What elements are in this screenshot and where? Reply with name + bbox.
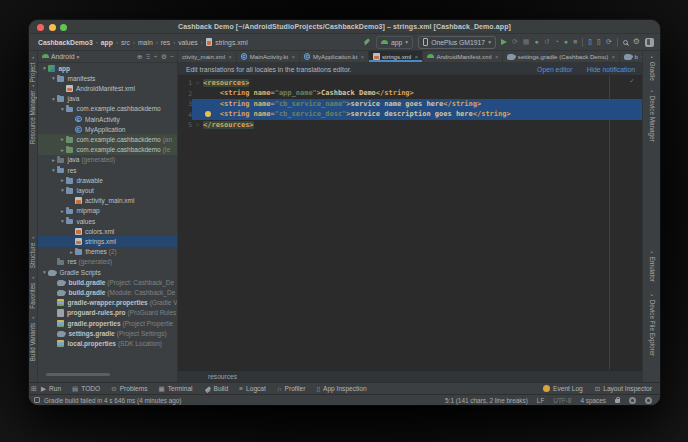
tool-stripe-gradle[interactable]: ▪ Gradle [649,54,656,81]
breadcrumb-item[interactable]: values [178,39,198,46]
tool-stripe-device-manager[interactable]: ▪ Device Manager [649,88,656,142]
hide-notification-link[interactable]: Hide notification [587,66,635,73]
tree-item-gradle-properties[interactable]: gradle.properties (Project Propertie [38,318,177,328]
tree-chevron[interactable]: ▾ [59,187,66,193]
tree-item-java[interactable]: ▸java (generated) [38,155,177,165]
tree-item-res[interactable]: ▾res [38,165,177,175]
tree-chevron[interactable]: ▾ [41,269,48,275]
avd-manager-icon[interactable]: ▯ [588,38,592,46]
tool-stripe-favorites[interactable]: Favorites ▪ [29,275,36,309]
tree-item-build-gradle[interactable]: build.gradle (Module: Cashback_De [38,287,177,297]
tree-chevron[interactable]: ▸ [68,249,75,255]
editor-tab-myapplication-kt[interactable]: CMyApplication.kt× [300,51,369,62]
code-line-2[interactable]: 2 <string name="app_name">Cashback Demo<… [178,88,642,99]
tree-item-myapplication[interactable]: CMyApplication [38,124,177,134]
lock-icon[interactable] [615,399,620,403]
code-line-4[interactable]: 4 <string name="cb_service_desc">service… [178,109,642,120]
hide-panel-icon[interactable]: − [170,53,174,60]
close-window-button[interactable] [37,24,44,31]
breadcrumb-item[interactable]: app [101,39,113,46]
sync-gradle-icon[interactable]: ⟳ [606,38,612,46]
collapse-all-icon[interactable]: Ξ [146,53,150,60]
close-tab-icon[interactable]: × [292,54,295,60]
close-tab-icon[interactable]: × [229,54,232,60]
tree-chevron[interactable]: ▸ [59,208,66,214]
tree-item-mipmap[interactable]: ▸mipmap [38,206,177,216]
breadcrumb-item[interactable]: main [138,39,153,46]
toolwindow-button-todo[interactable]: ▤TODO [72,385,100,393]
toolwindow-button-profiler[interactable]: ∩Profiler [277,385,306,392]
tree-item-gradle-scripts[interactable]: ▾Gradle Scripts [38,267,177,277]
expand-icon[interactable]: ÷ [154,53,158,60]
toolwindow-button-event-log[interactable]: Event Log [543,385,583,393]
tree-chevron[interactable]: ▾ [50,167,57,173]
tool-window-switcher-icon[interactable]: ⊞ [31,385,37,393]
tree-chevron[interactable]: ▸ [59,177,66,183]
apply-changes-icon[interactable]: ⟳ [512,38,518,46]
minimize-window-button[interactable] [49,24,56,31]
breadcrumb-item[interactable]: res [161,39,170,46]
toolwindow-button-run[interactable]: ▶Run [41,385,61,393]
toolwindow-button-app-inspection[interactable]: ▯App Inspection [316,385,366,393]
run-coverage-icon[interactable]: ▦ [523,38,530,46]
editor-tab-androidmanifest-xml[interactable]: AndroidManifest.xml× [423,51,503,62]
close-tab-icon[interactable]: × [361,54,364,60]
indent-setting[interactable]: 4 spaces [580,397,606,404]
status-left-icon[interactable] [34,397,40,403]
file-encoding[interactable]: UTF-8 [553,397,571,404]
tool-stripe-build-variants[interactable]: Build Variants ▪ [29,315,36,361]
tree-item-drawable[interactable]: ▸drawable [38,175,177,185]
fold-marker[interactable]: ○ [192,122,203,127]
tool-stripe-project[interactable]: Project ▪ [29,55,36,82]
editor-tab-mainactivity-kt[interactable]: CMainActivity.kt× [237,51,300,62]
breadcrumb-item[interactable]: strings.xml [215,39,247,46]
tree-item-activity-main-xml[interactable]: activity_main.xml [38,196,177,206]
editor-tab-ctivity-main-xml[interactable]: ctivity_main.xml× [178,51,237,62]
toolwindow-button-terminal[interactable]: ▦Terminal [159,385,193,393]
editor-breadcrumb[interactable]: resources [178,370,642,382]
app-module-selector[interactable]: app▾ [376,36,413,49]
tree-item-res[interactable]: res (generated) [38,257,177,267]
tool-stripe-resource-manager[interactable]: Resource Manager ▪ [29,83,36,144]
breadcrumb-item[interactable]: CashbackDemo3 [38,39,93,46]
tree-item-com-example-cashbackdemo[interactable]: ▾com.example.cashbackdemo [38,104,177,114]
editor-tab-settings-gradle-cashback-demo-[interactable]: settings.gradle (Cashback Demo)× [503,51,620,62]
intention-bulb-icon[interactable] [205,111,211,117]
code-line-1[interactable]: 1○<resources> [178,78,642,89]
tree-item-settings-gradle[interactable]: settings.gradle (Project Settings) [38,328,177,338]
debug-button[interactable]: ● [534,38,538,46]
tree-chevron[interactable]: ▾ [50,75,57,81]
line-separator[interactable]: LF [537,397,544,404]
close-tab-icon[interactable]: × [415,54,418,60]
tree-item-com-example-cashbackdemo[interactable]: ▸com.example.cashbackdemo (an [38,134,177,144]
tree-item-app[interactable]: ▾app [38,63,177,73]
tree-item-colors-xml[interactable]: colors.xml [38,226,177,236]
quick-panel-icon[interactable] [645,38,654,47]
tree-item-com-example-cashbackdemo[interactable]: ▸com.example.cashbackdemo (te [38,145,177,155]
tree-chevron[interactable]: ▾ [59,106,66,112]
code-line-5[interactable]: 5○</resources> [178,120,642,131]
code-line-3[interactable]: 3 <string name="cb_service_name">service… [178,99,642,110]
tree-item-themes[interactable]: ▸themes (2) [38,247,177,257]
gradle-status-icon[interactable] [629,397,636,404]
profile-status-icon[interactable] [645,397,652,404]
search-icon[interactable] [623,40,628,45]
close-tab-icon[interactable]: × [495,54,498,60]
tree-chevron[interactable]: ▸ [59,147,66,153]
stop-button[interactable]: ■ [573,38,577,46]
breadcrumb-item[interactable]: src [121,39,130,46]
restart-icon[interactable]: ↺ [544,38,550,46]
tree-chevron[interactable]: ▸ [50,157,57,163]
profiler-icon[interactable]: ◔ [555,38,559,46]
build-hammer-icon[interactable] [362,38,371,47]
editor-tab-strings-xml[interactable]: strings.xml× [369,51,423,62]
toolwindow-button-build[interactable]: Build [204,385,229,392]
tool-stripe-structure[interactable]: Structure ▪ [29,235,36,268]
settings-gear-icon[interactable]: ⚙ [161,53,167,61]
tree-item-strings-xml[interactable]: strings.xml [38,236,177,246]
project-view-selector[interactable]: Android [51,53,74,60]
device-selector[interactable]: OnePlus GM1917▾ [418,36,496,49]
tree-item-gradle-wrapper-properties[interactable]: gradle-wrapper.properties (Gradle V [38,298,177,308]
fold-marker[interactable]: ○ [192,80,203,85]
tree-item-layout[interactable]: ▾layout [38,185,177,195]
